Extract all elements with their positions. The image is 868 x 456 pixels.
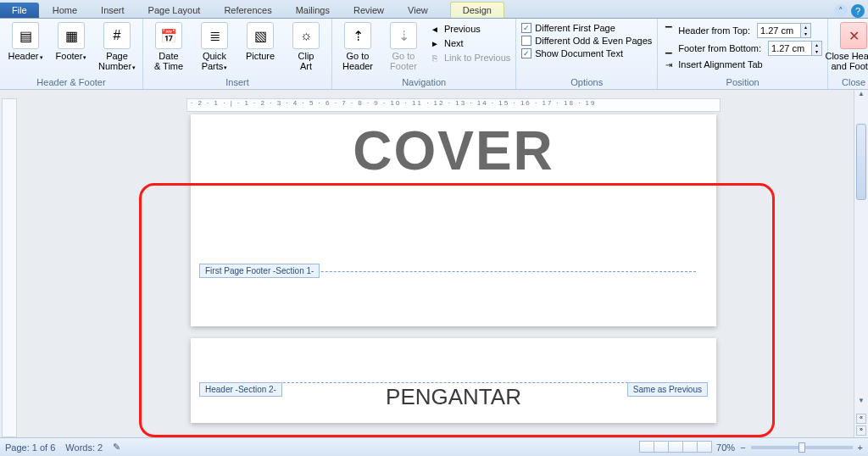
quick-parts-button[interactable]: ≣Quick Parts (194, 20, 235, 73)
previous-button[interactable]: ◄Previous (429, 23, 510, 35)
header-icon: ▤ (12, 22, 39, 49)
browse-prev-icon[interactable]: « (856, 414, 866, 424)
pengantar-title: PENGANTAR (211, 338, 696, 410)
group-navigation: Navigation (337, 76, 510, 89)
clip-art-button[interactable]: ☼Clip Art (286, 20, 326, 71)
page-2[interactable]: Header -Section 2- Same as Previous PENG… (191, 338, 716, 423)
next-button[interactable]: ►Next (429, 37, 510, 49)
spin-up-icon[interactable]: ▴ (811, 42, 821, 48)
page-number-button[interactable]: #Page Number (97, 20, 137, 73)
scroll-down-icon[interactable]: ▼ (854, 397, 868, 410)
tab-file[interactable]: File (0, 3, 39, 18)
close-header-footer-button[interactable]: ✕Close Header and Footer (833, 20, 868, 71)
scroll-thumb[interactable] (856, 124, 866, 200)
tab-design[interactable]: Design (450, 2, 504, 18)
zoom-in-button[interactable]: + (858, 442, 863, 453)
footer-section-tag: First Page Footer -Section 1- (199, 264, 320, 278)
tab-home[interactable]: Home (41, 3, 89, 18)
show-document-text-checkbox[interactable]: ✓Show Document Text (521, 48, 652, 58)
footer-from-bottom-input[interactable] (769, 42, 811, 55)
vertical-ruler[interactable] (2, 98, 17, 437)
header-from-top-input[interactable] (758, 24, 800, 37)
same-as-previous-tag: Same as Previous (627, 382, 708, 397)
browse-next-icon[interactable]: » (856, 425, 866, 436)
checkbox-icon (521, 36, 531, 46)
tab-review[interactable]: Review (342, 3, 396, 18)
tab-insert[interactable]: Insert (89, 3, 136, 18)
header-top-icon: ▔ (663, 25, 675, 36)
previous-icon: ◄ (429, 23, 441, 35)
group-options: Options (521, 76, 652, 89)
zoom-out-button[interactable]: − (740, 442, 745, 453)
insert-alignment-tab-button[interactable]: ⇥Insert Alignment Tab (663, 58, 822, 70)
group-header-footer: Header & Footer (5, 76, 137, 89)
group-position: Position (663, 76, 822, 89)
header-section-tag: Header -Section 2- (199, 382, 282, 397)
help-icon[interactable]: ? (851, 4, 865, 18)
clip-art-icon: ☼ (292, 22, 320, 49)
minimize-ribbon-icon[interactable]: ˄ (834, 4, 848, 18)
status-words[interactable]: Words: 2 (65, 442, 103, 453)
view-buttons[interactable] (639, 441, 711, 454)
proofing-icon[interactable]: ✎ (113, 442, 120, 453)
header-from-top-spinner[interactable]: ▴▾ (757, 23, 811, 38)
footer-from-bottom-spinner[interactable]: ▴▾ (768, 41, 822, 56)
footer-from-bottom-label: Footer from Bottom: (678, 43, 761, 53)
vertical-scrollbar[interactable]: ▲ ▼ « » (854, 90, 868, 437)
tab-mailings[interactable]: Mailings (284, 3, 342, 18)
spin-down-icon[interactable]: ▾ (811, 48, 821, 55)
next-icon: ► (429, 37, 441, 49)
group-insert: Insert (148, 76, 326, 89)
zoom-level[interactable]: 70% (716, 442, 735, 453)
goto-footer-icon: ⇣ (390, 22, 417, 49)
group-close: Close (833, 76, 868, 89)
footer-icon: ▦ (58, 22, 85, 49)
document-workspace: L · 2 · 1 · | · 1 · 2 · 3 · 4 · 5 · 6 · … (0, 90, 854, 437)
different-first-page-checkbox[interactable]: ✓Different First Page (521, 23, 652, 33)
header-button[interactable]: ▤Header (5, 20, 46, 63)
different-odd-even-checkbox[interactable]: Different Odd & Even Pages (521, 36, 652, 46)
tab-view[interactable]: View (396, 3, 440, 18)
goto-footer-button[interactable]: ⇣Go to Footer (383, 20, 424, 71)
checkbox-checked-icon: ✓ (521, 48, 531, 58)
status-bar: Page: 1 of 6 Words: 2 ✎ 70% − + (0, 437, 868, 456)
close-icon: ✕ (840, 22, 867, 49)
spin-up-icon[interactable]: ▴ (800, 24, 810, 31)
link-previous-button[interactable]: ⎘Link to Previous (429, 52, 510, 64)
tab-references[interactable]: References (212, 3, 283, 18)
date-time-button[interactable]: 📅Date & Time (148, 20, 189, 71)
horizontal-ruler[interactable]: · 2 · 1 · | · 1 · 2 · 3 · 4 · 5 · 6 · 7 … (186, 98, 721, 112)
alignment-tab-icon: ⇥ (663, 58, 675, 70)
header-from-top-label: Header from Top: (678, 25, 750, 36)
scroll-up-icon[interactable]: ▲ (854, 90, 868, 103)
calendar-icon: 📅 (155, 22, 182, 49)
checkbox-checked-icon: ✓ (521, 23, 531, 33)
picture-button[interactable]: ▧Picture (240, 20, 281, 61)
page-1[interactable]: COVER First Page Footer -Section 1- (191, 114, 716, 326)
goto-header-icon: ⇡ (344, 22, 371, 49)
tab-page-layout[interactable]: Page Layout (136, 3, 213, 18)
page-number-icon: # (103, 22, 131, 49)
status-page[interactable]: Page: 1 of 6 (5, 442, 55, 453)
quick-parts-icon: ≣ (201, 22, 228, 49)
cover-title: COVER (211, 114, 696, 182)
ribbon: ▤Header ▦Footer #Page Number Header & Fo… (0, 19, 868, 90)
picture-icon: ▧ (247, 22, 274, 49)
zoom-slider[interactable] (751, 446, 853, 449)
footer-button[interactable]: ▦Footer (51, 20, 92, 63)
footer-bottom-icon: ▁ (663, 42, 675, 54)
spin-down-icon[interactable]: ▾ (800, 31, 810, 37)
link-icon: ⎘ (429, 52, 441, 64)
goto-header-button[interactable]: ⇡Go to Header (337, 20, 378, 71)
